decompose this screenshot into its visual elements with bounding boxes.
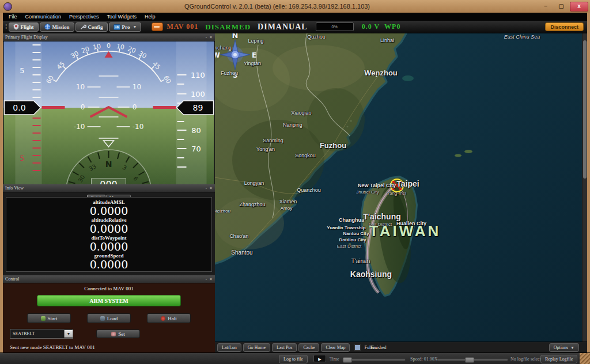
mode-dropdown[interactable]: SEATBELT ▼ (10, 329, 73, 339)
follow-checkbox[interactable] (354, 344, 361, 351)
arm-system-button[interactable]: ARM SYSTEM (37, 295, 181, 306)
info-view-title-bar[interactable]: Info View ▫ ✕ (3, 184, 215, 192)
svg-text:N: N (105, 160, 112, 169)
svg-text:10: 10 (133, 83, 141, 91)
altitude-value: 89 (193, 103, 203, 112)
control-status-message: Sent new mode SEATBELT to MAV 001 (10, 344, 215, 350)
scrollbar-thumb[interactable] (583, 40, 587, 179)
globe-icon (44, 24, 51, 30)
control-title-bar[interactable]: Control ▫ ✕ (3, 275, 215, 283)
armed-state-label: DISARMED (205, 22, 251, 32)
mode-select-row: SEATBELT ▼ Set (10, 329, 215, 339)
map-button[interactable]: Cache (298, 343, 319, 352)
svg-text:10: 10 (76, 83, 85, 91)
telemetry-field: groundSpeed 0.0000 (6, 253, 211, 271)
map-toolbar: Lat/LonGo HomeLast PosCacheClear Map Fol… (215, 342, 587, 352)
svg-text:110: 110 (191, 71, 205, 79)
svg-text:5: 5 (20, 66, 24, 75)
window-layout-icon (114, 24, 120, 30)
svg-text:N: N (232, 33, 239, 40)
telemetry-values: altitudeAMSL 0.0000 altitudeRelative 0.0… (6, 197, 212, 272)
chevron-down-icon: ▼ (570, 346, 574, 350)
voltage-label: 0.0 V (362, 22, 380, 31)
menu-item[interactable]: Tool Widgets (104, 13, 141, 20)
float-icon[interactable]: ▫ (206, 35, 207, 40)
start-button[interactable]: Start (27, 313, 71, 323)
svg-text:-10: -10 (74, 123, 85, 131)
artificial-horizon: 5 5 110 100 80 70 (3, 41, 215, 185)
map-graphics: N S W E (215, 33, 587, 342)
info-view-title: Info View (5, 185, 24, 191)
toolbar-drag-handle[interactable]: ⁞⁞ (5, 24, 6, 30)
resize-grip[interactable] (580, 353, 590, 364)
float-icon[interactable]: ▫ (206, 186, 207, 191)
svg-text:W: W (215, 51, 220, 59)
connection-status: Connected to MAV 001 (3, 286, 215, 291)
svg-text:-10: -10 (133, 123, 144, 131)
wrench-icon (80, 24, 86, 30)
svg-text:0: 0 (107, 42, 111, 50)
map-buttons: Lat/LonGo HomeLast PosCacheClear Map (217, 343, 350, 352)
primary-flight-display: Primary Flight Display ▫ ✕ (3, 33, 215, 184)
menu-item[interactable]: Help (141, 13, 159, 20)
close-button[interactable]: x (570, 2, 588, 12)
map-canvas[interactable]: N S W E Leping Quzhou Linhai nchang Ying… (215, 33, 587, 342)
halt-icon (161, 316, 165, 321)
menu-item[interactable]: File (5, 13, 21, 20)
halt-button[interactable]: Halt (147, 313, 191, 323)
flight-mode-label: DIMANUAL (258, 22, 308, 32)
close-icon[interactable]: ✕ (209, 186, 213, 191)
svg-text:0: 0 (81, 103, 85, 111)
control-title: Control (5, 276, 19, 282)
svg-text:100: 100 (191, 90, 205, 98)
menu-item[interactable]: Perspectives (66, 13, 103, 20)
map-scrollbar[interactable] (582, 33, 587, 342)
chevron-down-icon[interactable]: ▼ (64, 330, 73, 338)
time-label: Time (330, 357, 339, 362)
speed-value: 0.0 (13, 103, 25, 112)
speed-slider-thumb[interactable] (465, 357, 474, 363)
speed-label: Speed: 01.00X (410, 357, 438, 362)
minimize-button[interactable]: – (539, 2, 553, 11)
svg-text:5: 5 (20, 154, 24, 162)
float-icon[interactable]: ▫ (206, 277, 207, 282)
replay-logfile-button[interactable]: Replay Logfile (540, 355, 577, 363)
time-slider[interactable] (342, 358, 406, 361)
time-slider-thumb[interactable] (343, 357, 352, 363)
tab-pro[interactable]: Pro ▼ (109, 22, 142, 32)
log-to-file-button[interactable]: Log to file (279, 355, 308, 363)
map-button[interactable]: Clear Map (321, 343, 350, 352)
svg-text:10: 10 (92, 43, 101, 51)
svg-text:E: E (252, 51, 256, 59)
set-mode-button[interactable]: Set (96, 329, 140, 338)
set-icon (111, 332, 116, 336)
telemetry-field: altitudeAMSL 0.0000 (6, 199, 211, 217)
svg-text:70: 70 (191, 145, 201, 153)
tab-mission[interactable]: Mission (40, 22, 74, 32)
close-icon[interactable]: ✕ (209, 35, 213, 40)
tab-flight[interactable]: Flight (9, 22, 39, 32)
svg-text:10: 10 (116, 43, 125, 51)
map-button[interactable]: Lat/Lon (217, 343, 241, 352)
load-icon (100, 316, 105, 321)
map-button[interactable]: Last Pos (272, 343, 297, 352)
status-bar: Log to file ▶ Time Speed: 01.00X No logf… (0, 352, 590, 364)
maximize-button[interactable]: ▢ (554, 2, 568, 11)
info-view-panel: Info View ▫ ✕ Quick Messages altitudeAMS… (3, 184, 215, 275)
tab-config[interactable]: Config (75, 22, 108, 32)
speed-slider[interactable] (437, 358, 508, 361)
close-icon[interactable]: ✕ (209, 277, 213, 282)
map-button[interactable]: Go Home (243, 343, 270, 352)
mav-system-icon (152, 22, 163, 31)
svg-text:80: 80 (191, 126, 201, 135)
telemetry-value: 0.0000 (6, 259, 211, 271)
play-button[interactable]: ▶ (313, 355, 326, 362)
menu-item[interactable]: Communication (22, 13, 65, 20)
pfd-title-bar[interactable]: Primary Flight Display ▫ ✕ (3, 33, 215, 41)
disconnect-button[interactable]: Disconnect (545, 22, 584, 31)
svg-text:0: 0 (133, 103, 137, 111)
title-bar[interactable]: QGroundControl v. 2.0.1 (beta) (elle: 16… (0, 0, 590, 13)
load-button[interactable]: Load (87, 313, 131, 323)
options-button[interactable]: Options ▼ (549, 343, 579, 352)
app-icon (3, 2, 12, 11)
